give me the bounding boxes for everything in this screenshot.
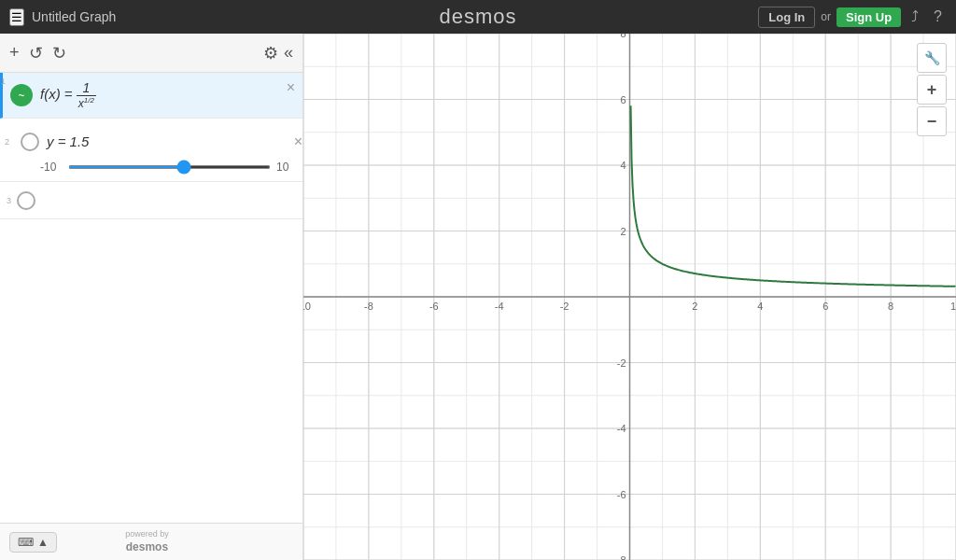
expression-item-1[interactable]: 1 ~ f(x) = 1 x1/2 × [0, 73, 302, 119]
graph-canvas[interactable] [303, 34, 956, 560]
signup-button[interactable]: Sign Up [836, 7, 901, 27]
zoom-out-button[interactable]: − [917, 106, 947, 136]
left-panel: + ↺ ↻ ⚙ « 1 [0, 34, 303, 560]
main-layout: + ↺ ↻ ⚙ « 1 [0, 34, 956, 560]
keyboard-arrow: ▲ [37, 536, 49, 549]
expression-item-2[interactable]: 2 y = 1.5 × -10 10 [0, 119, 302, 182]
function-icon: ~ [19, 90, 24, 101]
wrench-icon: 🔧 [924, 50, 940, 65]
expr-content-1: f(x) = 1 x1/2 [40, 73, 302, 118]
undo-button[interactable]: ↺ [29, 43, 43, 63]
help-icon: ? [934, 8, 942, 24]
minus-icon: − [927, 112, 937, 132]
settings-button[interactable]: ⚙ [263, 43, 278, 63]
undo-icon: ↺ [29, 44, 43, 63]
close-expression-2[interactable]: × [294, 134, 302, 149]
add-expression-button[interactable]: + [9, 43, 20, 63]
expr-formula-2: y = 1.5 [47, 133, 294, 149]
app-title: Untitled Graph [32, 9, 116, 24]
expression-color-2[interactable] [21, 133, 39, 151]
plus-icon: + [927, 80, 937, 100]
graph-panel: 🔧 + − [303, 34, 956, 560]
toolbar-left: + ↺ ↻ [9, 43, 66, 63]
expr-formula-1: f(x) = 1 x1/2 [40, 80, 302, 110]
share-icon: ⤴ [911, 8, 919, 24]
collapse-icon: « [284, 43, 293, 62]
expr-content-3 [43, 193, 302, 208]
topbar-right: Log In or Sign Up ⤴ ? [758, 7, 947, 28]
powered-by-text: powered by [125, 529, 169, 540]
powered-by-brand: desmos [125, 540, 169, 555]
expression-item-3[interactable]: 3 [0, 182, 302, 219]
desmos-logo: desmos [439, 5, 516, 29]
slider-row-2: -10 10 [3, 157, 302, 181]
expr-number-2: 2 [5, 137, 9, 147]
share-button[interactable]: ⤴ [907, 7, 923, 27]
toolbar-right: ⚙ « [263, 43, 293, 63]
topbar: ☰ Untitled Graph desmos Log In or Sign U… [0, 0, 956, 34]
redo-button[interactable]: ↻ [52, 43, 66, 63]
graph-tools: 🔧 + − [917, 43, 947, 136]
keyboard-icon: ⌨ [18, 536, 34, 549]
expr-number-3: 3 [7, 196, 11, 205]
gear-icon: ⚙ [263, 44, 278, 63]
login-button[interactable]: Log In [758, 7, 815, 28]
left-bottom: ⌨ ▲ powered by desmos [0, 523, 302, 560]
hamburger-button[interactable]: ☰ [9, 8, 24, 26]
collapse-button[interactable]: « [284, 43, 293, 63]
add-icon: + [9, 43, 20, 62]
close-expression-1[interactable]: × [287, 80, 295, 95]
expr-number-1: 1 [1, 77, 6, 86]
slider-min-label: -10 [40, 161, 63, 174]
wrench-button[interactable]: 🔧 [917, 43, 947, 73]
slider-max-label: 10 [276, 161, 295, 174]
expression-toolbar: + ↺ ↻ ⚙ « [0, 34, 302, 73]
zoom-in-button[interactable]: + [917, 75, 947, 105]
powered-by: powered by desmos [125, 529, 169, 554]
or-text: or [821, 10, 831, 23]
expression-color-1[interactable]: ~ [10, 84, 33, 106]
help-button[interactable]: ? [929, 7, 947, 27]
topbar-left: ☰ Untitled Graph [9, 8, 116, 26]
keyboard-button[interactable]: ⌨ ▲ [9, 532, 57, 553]
expression-color-3[interactable] [17, 191, 35, 210]
redo-icon: ↻ [52, 44, 66, 63]
expr-content-2: y = 1.5 [47, 126, 294, 157]
hamburger-icon: ☰ [11, 10, 22, 24]
expression-list: 1 ~ f(x) = 1 x1/2 × [0, 73, 302, 523]
slider-input-2[interactable] [68, 165, 271, 169]
